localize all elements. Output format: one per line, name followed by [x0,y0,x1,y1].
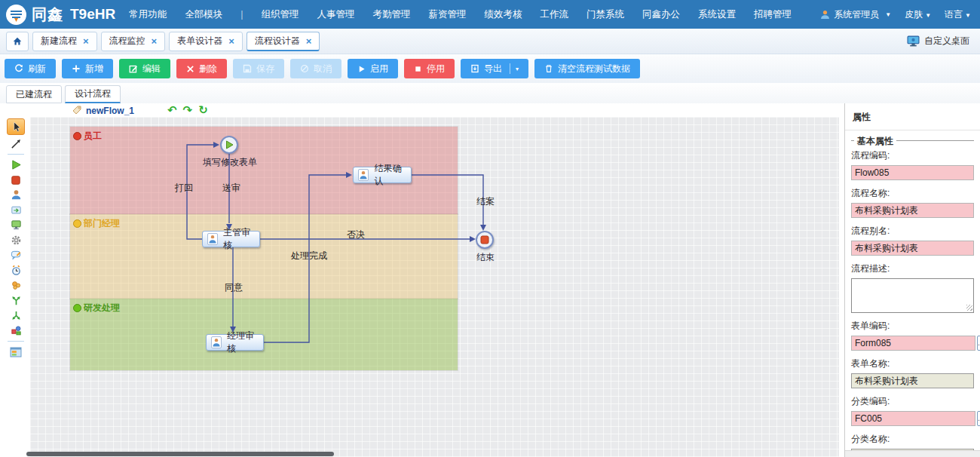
task-node-supervisor-review[interactable]: 主管审核 [202,231,260,247]
nav-menu-salary[interactable]: 薪资管理 [428,8,466,21]
flow-name-input[interactable] [851,203,974,218]
palette-join-gateway[interactable] [7,309,25,322]
cancel-button[interactable]: 取消 [290,59,341,78]
flow-canvas[interactable]: 员工 部门经理 研发处理 [30,117,839,457]
tab-new-flow[interactable]: 新建流程× [32,32,97,51]
palette-plugin[interactable] [7,279,25,292]
save-button[interactable]: 保存 [233,59,284,78]
nav-menu-all-modules[interactable]: 全部模块 [185,8,222,21]
palette-shapes[interactable] [7,324,25,337]
start-node[interactable] [220,136,238,154]
reload-icon[interactable]: ↻ [198,103,208,116]
refresh-icon [14,64,23,73]
palette-pc-task[interactable] [7,219,25,232]
caret-down-icon: ▼ [965,12,971,19]
play-icon [225,140,234,149]
nav-menu-attendance[interactable]: 考勤管理 [372,8,410,21]
tab-design-flow[interactable]: 设计流程 [65,85,121,103]
brand: 同鑫T9eHR [0,5,129,25]
edge-label-agree: 同意 [225,281,243,294]
form-code-picker-button[interactable]: ... [977,336,980,351]
edge-label-return: 打回 [175,182,193,195]
flow-code-input[interactable] [851,165,974,180]
tab-built-flows[interactable]: 已建流程 [6,85,62,103]
palette-auto-task[interactable] [7,204,25,216]
task-node-manager-review[interactable]: 经理审核 [206,334,264,351]
palette-gear-task[interactable] [7,234,25,247]
palette-comment[interactable] [7,249,25,262]
nav-menu-hr[interactable]: 人事管理 [317,8,354,21]
properties-panel: 属性 基本属性 流程编码: 流程名称: 流程别名: 流程描述: 表单编码: ..… [844,103,980,457]
user-menu[interactable]: 系统管理员 ▼ [820,8,891,21]
delete-button[interactable]: 删除 [176,59,227,78]
nav-menu-performance[interactable]: 绩效考核 [484,8,522,21]
edge-label-submit: 送审 [222,182,240,195]
palette-end-node[interactable] [7,173,25,186]
close-icon[interactable]: × [83,36,89,46]
connector-arrow-icon [11,138,22,149]
home-icon [12,36,23,47]
close-icon[interactable]: × [306,36,312,46]
tab-form-designer[interactable]: 表单设计器× [169,32,243,51]
tab-flow-monitor[interactable]: 流程监控× [101,32,166,51]
form-code-input[interactable] [851,336,975,351]
category-code-input[interactable] [851,411,975,426]
disable-button[interactable]: 停用 [404,59,455,78]
tab-home[interactable] [6,32,29,51]
undo-icon[interactable]: ↶ [167,103,177,116]
palette-connector-tool[interactable] [7,137,25,150]
save-icon [243,64,252,73]
edit-button[interactable]: 编辑 [119,59,170,78]
caret-down-icon[interactable]: ▾ [516,66,519,72]
task-node-result-confirm[interactable]: 结果确认 [353,167,412,183]
resize-handle-icon[interactable] [966,305,972,311]
close-icon[interactable]: × [228,36,234,46]
user-icon [820,10,830,20]
palette-timer[interactable] [7,264,25,277]
redo-icon[interactable]: ↷ [183,103,193,116]
start-node-label: 填写修改表单 [201,156,259,169]
tab-flow-designer[interactable]: 流程设计器× [247,32,320,51]
nav-menu-settings[interactable]: 系统设置 [698,8,736,21]
nav-menu-recruit[interactable]: 招聘管理 [754,8,792,21]
flow-alias-input[interactable] [851,241,974,256]
brand-name-cn: 同鑫 [32,5,63,25]
shapes-icon [11,325,22,336]
swimlane-icon [10,347,22,357]
form-name-input [851,373,974,388]
clear-test-data-button[interactable]: 清空流程测试数据 [534,59,640,78]
category-code-picker-button[interactable]: ... [977,411,980,426]
stop-icon [480,235,489,244]
export-icon [470,64,479,73]
nav-menu-common[interactable]: 常用功能 [129,8,167,21]
end-node[interactable] [476,231,494,249]
export-button[interactable]: 导出 ▾ [461,59,528,78]
add-button[interactable]: 新增 [62,59,113,78]
language-menu[interactable]: 语言▼ [945,8,971,21]
palette-pointer-tool[interactable] [7,118,25,135]
palette-split-gateway[interactable] [7,294,25,307]
skin-menu[interactable]: 皮肤▼ [905,8,931,21]
refresh-button[interactable]: 刷新 [5,59,56,78]
canvas-horizontal-scrollbar[interactable] [26,452,334,456]
palette-user-task[interactable] [7,189,25,201]
close-icon[interactable]: × [152,36,158,46]
flow-designer: newFlow_1 ↶ ↷ ↻ [0,103,844,457]
edit-icon [129,64,138,73]
flow-toolbar: 刷新 新增 编辑 删除 保存 取消 启用 停用 导出 ▾ 清空流程测试数据 [0,54,980,83]
nav-menu-access[interactable]: 门禁系统 [586,8,624,21]
category-name-label: 分类名称: [851,433,974,446]
enable-button[interactable]: 启用 [348,59,398,78]
nav-menu-office[interactable]: 同鑫办公 [642,8,680,21]
edge-label-reject: 否决 [347,228,365,241]
flow-name[interactable]: newFlow_1 [86,106,134,116]
flow-desc-textarea[interactable] [851,278,974,313]
nav-menu-org[interactable]: 组织管理 [261,8,299,21]
palette-start-node[interactable] [7,158,25,171]
palette-swimlane[interactable] [7,345,25,358]
pc-task-icon [11,219,22,231]
nav-menu-workflow[interactable]: 工作流 [540,8,568,21]
section-title: 基本属性 [854,135,896,148]
comment-icon [11,250,22,261]
customize-desktop-link[interactable]: 自定义桌面 [907,35,980,48]
